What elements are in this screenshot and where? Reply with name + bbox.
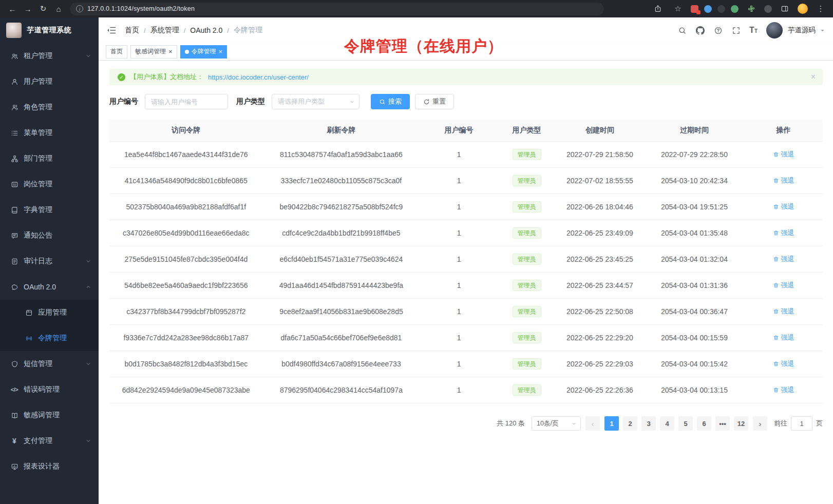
sidebar-item-notice[interactable]: 通知公告 [0, 223, 99, 248]
force-logout-button[interactable]: 强退 [773, 385, 794, 395]
tab-1[interactable]: 敏感词管理× [130, 45, 177, 59]
table-cell: 2054-03-10 20:42:34 [645, 168, 744, 194]
page-size-value: 10条/页 [537, 419, 558, 428]
reload-icon[interactable]: ↻ [36, 2, 50, 15]
force-logout-button[interactable]: 强退 [773, 359, 794, 369]
success-check-icon: ✓ [118, 73, 125, 81]
extension-green-icon[interactable] [731, 5, 739, 13]
bookmark-star-icon[interactable]: ☆ [671, 2, 685, 15]
sidebar-fold-icon[interactable] [106, 25, 117, 35]
site-info-icon[interactable]: i [76, 5, 83, 12]
sidebar-item-label: 通知公告 [24, 231, 91, 240]
page-button[interactable]: 6 [697, 416, 711, 431]
url-bar[interactable]: i 127.0.0.1:1024/system/oauth2/token [70, 3, 604, 15]
force-logout-button[interactable]: 强退 [773, 150, 794, 159]
extension-red-icon[interactable] [691, 5, 698, 13]
page-more-button[interactable]: ••• [715, 416, 730, 431]
sidebar-item-sensitive[interactable]: 敏感词管理 [0, 402, 99, 428]
user-name[interactable]: 芋道源码 [788, 26, 816, 35]
goto-page-input[interactable] [791, 416, 812, 431]
sidebar-item-tenant[interactable]: 租户管理 [0, 43, 99, 69]
next-page-button[interactable]: › [753, 416, 767, 431]
sidebar-item-audit[interactable]: 审计日志 [0, 248, 99, 274]
sidebar-item-oauth[interactable]: OAuth 2.0 [0, 274, 99, 300]
page-button[interactable]: 2 [623, 416, 637, 431]
user-avatar[interactable] [766, 22, 783, 38]
sidebar-item-dept[interactable]: 部门管理 [0, 146, 99, 171]
sidebar-item-errcode[interactable]: </>错误码管理 [0, 377, 99, 402]
prev-page-button[interactable]: ‹ [585, 416, 600, 431]
sidebar-item-pay[interactable]: ¥支付管理 [0, 428, 99, 454]
sidebar-item-app[interactable]: 应用管理 [0, 300, 99, 325]
reset-button-label: 重置 [432, 97, 446, 106]
tab-0[interactable]: 首页 [106, 45, 127, 59]
table-cell: 2054-03-04 00:15:42 [645, 351, 744, 377]
user-type-cell: 管理员 [498, 377, 555, 403]
force-logout-button[interactable]: 强退 [773, 281, 794, 290]
page-size-select[interactable]: 10条/页 [532, 416, 581, 431]
breadcrumb-item[interactable]: 首页 [125, 26, 139, 35]
force-logout-button[interactable]: 强退 [773, 307, 794, 316]
sensitive-icon [10, 411, 18, 419]
user-type-tag: 管理员 [513, 306, 541, 317]
force-logout-button[interactable]: 强退 [773, 176, 794, 185]
font-size-icon[interactable]: TT [749, 26, 758, 34]
sidebar-item-dict[interactable]: 字典管理 [0, 197, 99, 223]
page-button[interactable]: 12 [734, 416, 748, 431]
reset-button[interactable]: 重置 [415, 94, 454, 109]
sidebar-item-menu[interactable]: 菜单管理 [0, 120, 99, 146]
extension-dark-icon[interactable] [717, 5, 725, 13]
home-icon[interactable]: ⌂ [51, 2, 66, 15]
share-icon[interactable] [651, 2, 665, 15]
sidebar-item-role[interactable]: 角色管理 [0, 94, 99, 120]
delete-icon [773, 308, 779, 315]
search-button[interactable]: 搜索 [371, 94, 410, 109]
sidebar-item-post[interactable]: 岗位管理 [0, 171, 99, 197]
page-button[interactable]: 4 [660, 416, 674, 431]
alert-close-icon[interactable]: × [811, 73, 816, 81]
breadcrumb-item[interactable]: 系统管理 [150, 26, 179, 35]
browser-menu-icon[interactable]: ⋮ [813, 2, 828, 15]
user-id-input[interactable] [145, 94, 228, 109]
fullscreen-icon[interactable] [731, 26, 741, 35]
sidebar-item-token[interactable]: 令牌管理 [0, 325, 99, 351]
tab-2[interactable]: 令牌管理× [180, 45, 228, 59]
table-row: 6d842e2924594de9a09e45e087323abe8796295f… [109, 377, 823, 403]
forward-icon[interactable]: → [21, 2, 35, 15]
extension-paw-icon[interactable] [764, 5, 772, 13]
extensions-puzzle-icon[interactable] [744, 2, 759, 15]
main-area: 首页/系统管理/OAuth 2.0/令牌管理 TT [99, 17, 833, 504]
sidebar-item-sms[interactable]: 短信管理 [0, 351, 99, 377]
force-logout-button[interactable]: 强退 [773, 228, 794, 238]
doc-link[interactable]: https://doc.iocoder.cn/user-center/ [208, 73, 309, 81]
delete-icon [773, 204, 779, 210]
table-cell: 2022-07-29 21:58:50 [555, 142, 645, 168]
sidebar-item-label: OAuth 2.0 [24, 283, 85, 291]
table-cell: 1ea5e44f8bc1467aaede43144f31de76 [109, 142, 263, 168]
table-cell: 2054-03-04 00:36:47 [645, 299, 744, 325]
user-menu-caret-icon[interactable] [820, 28, 825, 33]
tab-close-icon[interactable]: × [219, 48, 223, 55]
back-icon[interactable]: ← [5, 2, 20, 15]
page-button[interactable]: 5 [678, 416, 693, 431]
github-icon[interactable] [695, 26, 705, 35]
page-button[interactable]: 1 [604, 416, 619, 431]
sidebar-item-report[interactable]: 报表设计器 [0, 454, 99, 479]
force-logout-button[interactable]: 强退 [773, 333, 794, 342]
tab-close-icon[interactable]: × [168, 48, 173, 55]
profile-avatar[interactable] [798, 4, 808, 14]
force-logout-label: 强退 [781, 281, 794, 290]
force-logout-button[interactable]: 强退 [773, 255, 794, 264]
force-logout-button[interactable]: 强退 [773, 202, 794, 211]
sidebar-panel-icon[interactable] [778, 2, 792, 15]
page-button[interactable]: 3 [641, 416, 656, 431]
search-icon[interactable] [677, 26, 687, 35]
goto-prefix: 前往 [774, 419, 787, 428]
help-icon[interactable] [713, 26, 723, 35]
breadcrumb-item[interactable]: OAuth 2.0 [190, 26, 222, 34]
sidebar-item-user[interactable]: 用户管理 [0, 69, 99, 94]
extension-blue-icon[interactable] [704, 5, 712, 13]
tab-bar: 首页敏感词管理×令牌管理× [99, 43, 833, 61]
app-logo[interactable]: 芋道管理系统 [0, 17, 99, 43]
user-type-select[interactable]: 请选择用户类型 [272, 94, 359, 109]
